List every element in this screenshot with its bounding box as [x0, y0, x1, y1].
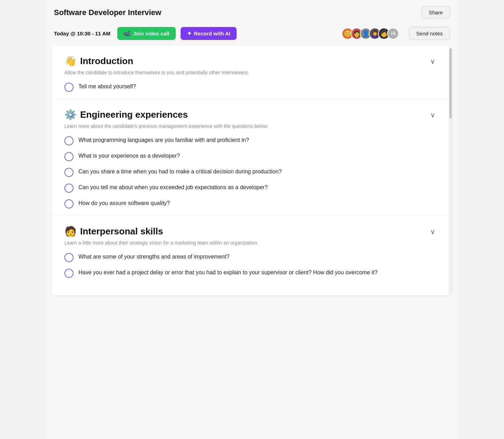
section-title-text-engineering: Engineering experiences: [80, 109, 188, 120]
question-list-introduction: Tell me about yourself?: [64, 82, 435, 92]
section-desc-engineering: Learn more about the candidate's previou…: [64, 123, 435, 129]
app-window: Software Developer Interview Share Today…: [46, 0, 458, 439]
question-text: What are some of your strengths and area…: [78, 253, 435, 261]
question-text: What programming languages are you famil…: [78, 136, 435, 144]
section-title-introduction: 👋Introduction: [64, 55, 133, 67]
join-video-call-button[interactable]: 📹 Join video call: [117, 27, 175, 40]
chevron-icon-introduction[interactable]: ∨: [430, 57, 435, 66]
section-interpersonal: 🧑Interpersonal skills∨Learn a little mor…: [52, 216, 452, 285]
send-notes-button[interactable]: Send notes: [409, 27, 450, 40]
record-with-ai-button[interactable]: ✦ Record with AI: [181, 27, 237, 40]
question-text: Can you tell me about when you exceeded …: [78, 183, 435, 192]
question-radio[interactable]: [64, 253, 74, 262]
question-item: Tell me about yourself?: [64, 82, 435, 92]
question-radio[interactable]: [64, 152, 74, 161]
section-title-text-interpersonal: Interpersonal skills: [80, 226, 163, 237]
section-title-text-introduction: Introduction: [80, 56, 133, 67]
section-header-introduction: 👋Introduction∨: [64, 55, 435, 67]
section-emoji-introduction: 👋: [64, 55, 77, 67]
section-header-interpersonal: 🧑Interpersonal skills∨: [64, 226, 435, 237]
question-radio[interactable]: [64, 83, 74, 92]
question-item: What are some of your strengths and area…: [64, 253, 435, 262]
scrollbar-thumb: [449, 48, 451, 118]
question-radio[interactable]: [64, 168, 74, 177]
sparkle-icon: ✦: [187, 30, 191, 37]
section-introduction: 👋Introduction∨Allow the candidate to int…: [52, 46, 452, 99]
question-text: How do you assure software quality?: [78, 199, 435, 207]
page-title: Software Developer Interview: [54, 8, 161, 17]
question-item: Have you ever had a project delay or err…: [64, 268, 435, 278]
question-radio[interactable]: [64, 269, 74, 278]
question-list-engineering: What programming languages are you famil…: [64, 136, 435, 208]
join-label: Join video call: [133, 30, 169, 36]
question-text: Tell me about yourself?: [78, 82, 435, 91]
chevron-icon-interpersonal[interactable]: ∨: [430, 227, 435, 236]
toolbar: Today @ 10:30 - 11 AM 📹 Join video call …: [46, 23, 458, 46]
schedule-text: Today @ 10:30 - 11 AM: [54, 30, 110, 36]
question-item: Can you tell me about when you exceeded …: [64, 183, 435, 193]
scrollbar[interactable]: [449, 46, 452, 295]
question-radio[interactable]: [64, 199, 74, 208]
record-label: Record with AI: [194, 30, 230, 36]
section-emoji-interpersonal: 🧑: [64, 226, 77, 237]
main-content: 👋Introduction∨Allow the candidate to int…: [52, 46, 452, 295]
question-list-interpersonal: What are some of your strengths and area…: [64, 253, 435, 278]
section-engineering: ⚙️Engineering experiences∨Learn more abo…: [52, 99, 452, 216]
video-icon: 📹: [124, 30, 131, 37]
section-desc-introduction: Allow the candidate to introduce themsel…: [64, 70, 435, 75]
question-item: Can you share a time when you had to mak…: [64, 167, 435, 177]
chevron-icon-engineering[interactable]: ∨: [430, 111, 435, 119]
question-text: What is your experience as a developer?: [78, 152, 435, 160]
header: Software Developer Interview Share: [46, 0, 458, 23]
question-radio[interactable]: [64, 136, 74, 145]
section-desc-interpersonal: Learn a little more about their strategi…: [64, 240, 435, 246]
section-title-interpersonal: 🧑Interpersonal skills: [64, 226, 163, 237]
question-text: Have you ever had a project delay or err…: [78, 268, 435, 277]
attendee-avatars: 😊 👩 👤 👩‍🦱 🧑 +5: [342, 28, 399, 40]
avatar-count: +5: [387, 28, 399, 40]
section-title-engineering: ⚙️Engineering experiences: [64, 109, 188, 121]
share-button[interactable]: Share: [421, 6, 450, 19]
question-item: How do you assure software quality?: [64, 199, 435, 208]
question-radio[interactable]: [64, 184, 74, 193]
question-item: What is your experience as a developer?: [64, 152, 435, 161]
question-item: What programming languages are you famil…: [64, 136, 435, 145]
section-emoji-engineering: ⚙️: [64, 109, 77, 121]
section-header-engineering: ⚙️Engineering experiences∨: [64, 109, 435, 121]
question-text: Can you share a time when you had to mak…: [78, 167, 435, 176]
